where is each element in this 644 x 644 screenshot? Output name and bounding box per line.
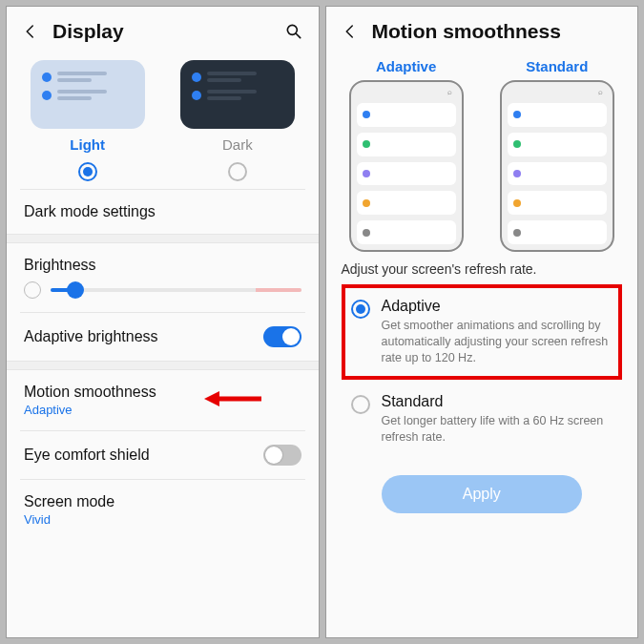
tab-standard-label: Standard	[487, 52, 628, 80]
screen-motion-smoothness: Motion smoothness Adaptive ⌕ Standard ⌕	[325, 6, 639, 638]
preview-adaptive: Adaptive ⌕	[336, 52, 477, 252]
row-screen-mode[interactable]: Screen mode Vivid	[7, 480, 319, 540]
preview-row: Adaptive ⌕ Standard ⌕	[326, 52, 638, 252]
theme-picker: Light Dark	[7, 52, 319, 189]
preview-standard: Standard ⌕	[487, 52, 628, 252]
brightness-label: Brightness	[24, 257, 301, 274]
row-dark-mode-settings[interactable]: Dark mode settings	[7, 190, 319, 234]
radio-light[interactable]	[78, 162, 97, 181]
row-adaptive-brightness[interactable]: Adaptive brightness	[7, 313, 319, 361]
page-title: Display	[52, 20, 124, 43]
motion-smoothness-label: Motion smoothness	[24, 384, 301, 401]
theme-preview-light	[31, 60, 145, 129]
header: Motion smoothness	[326, 7, 638, 52]
radio-standard[interactable]	[351, 395, 370, 414]
theme-label-dark: Dark	[162, 136, 312, 153]
apply-label: Apply	[463, 486, 501, 503]
apply-button[interactable]: Apply	[382, 475, 582, 513]
screen-display: Display Light Dark Dark mode settings	[6, 6, 320, 638]
brightness-slider[interactable]	[7, 276, 319, 312]
theme-option-dark[interactable]: Dark	[162, 60, 312, 189]
toggle-adaptive-brightness[interactable]	[263, 326, 301, 347]
back-icon[interactable]	[342, 23, 359, 40]
screen-mode-label: Screen mode	[24, 493, 301, 510]
phone-preview-standard: ⌕	[500, 80, 614, 252]
search-icon[interactable]	[284, 22, 303, 41]
tab-adaptive-label: Adaptive	[336, 52, 477, 80]
dark-mode-settings-label: Dark mode settings	[24, 203, 301, 220]
option-adaptive[interactable]: Adaptive Get smoother animations and scr…	[342, 284, 623, 380]
back-icon[interactable]	[22, 23, 39, 40]
svg-line-1	[296, 34, 300, 38]
row-motion-smoothness[interactable]: Motion smoothness Adaptive	[7, 370, 319, 430]
phone-preview-adaptive: ⌕	[349, 80, 464, 252]
row-eye-comfort[interactable]: Eye comfort shield	[7, 431, 319, 479]
theme-label-light: Light	[12, 136, 162, 153]
header: Display	[7, 7, 319, 52]
sun-icon	[24, 281, 41, 299]
eye-comfort-label: Eye comfort shield	[24, 447, 263, 464]
option-adaptive-desc: Get smoother animations and scrolling by…	[382, 318, 613, 366]
magnifier-icon: ⌕	[447, 88, 454, 95]
theme-preview-dark	[180, 60, 295, 129]
motion-smoothness-value: Adaptive	[24, 403, 301, 417]
adaptive-brightness-label: Adaptive brightness	[24, 328, 263, 345]
slider-track[interactable]	[51, 288, 301, 292]
slider-knob[interactable]	[67, 281, 84, 299]
page-title: Motion smoothness	[372, 20, 561, 43]
svg-point-0	[287, 25, 297, 34]
description: Adjust your screen's refresh rate.	[326, 252, 638, 284]
row-brightness: Brightness	[7, 243, 319, 276]
option-standard-title: Standard	[382, 393, 613, 410]
theme-option-light[interactable]: Light	[12, 60, 162, 189]
option-standard-desc: Get longer battery life with a 60 Hz scr…	[382, 413, 613, 446]
radio-adaptive[interactable]	[351, 300, 370, 319]
radio-dark[interactable]	[228, 162, 247, 181]
option-standard[interactable]: Standard Get longer battery life with a …	[342, 380, 623, 459]
option-adaptive-title: Adaptive	[382, 298, 613, 315]
toggle-eye-comfort[interactable]	[263, 445, 301, 466]
screen-mode-value: Vivid	[24, 512, 301, 527]
magnifier-icon: ⌕	[597, 88, 605, 95]
